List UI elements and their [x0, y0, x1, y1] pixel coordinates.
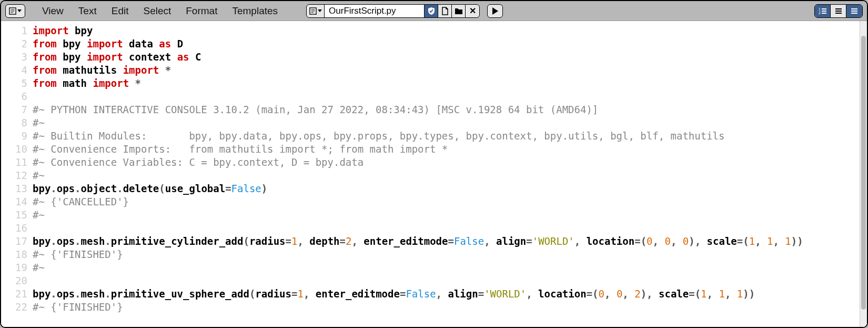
menu-bar: View Text Edit Select Format Templates: [35, 3, 285, 19]
folder-icon: [455, 7, 463, 15]
code-line[interactable]: [33, 274, 860, 287]
line-number: 8: [1, 116, 33, 130]
line-number: 14: [1, 195, 33, 208]
code-line[interactable]: #~: [33, 116, 860, 130]
line-number: 1: [1, 24, 33, 37]
vertical-scrollbar[interactable]: [860, 21, 867, 327]
code-line[interactable]: from bpy import data as D: [33, 37, 860, 51]
editor-area: 12345678910111213141516171819202122 impo…: [1, 21, 867, 327]
code-line[interactable]: bpy.ops.object.delete(use_global=False): [33, 182, 860, 195]
fake-user-toggle[interactable]: [425, 5, 438, 17]
menu-view[interactable]: View: [35, 3, 71, 19]
line-number: 20: [1, 274, 33, 287]
code-line[interactable]: import bpy: [33, 24, 860, 37]
line-number: 4: [1, 64, 33, 77]
syntax-highlight-toggle[interactable]: [846, 5, 862, 17]
syntax-highlight-icon: [850, 7, 859, 15]
line-number: 12: [1, 169, 33, 182]
code-line[interactable]: from bpy import context as C: [33, 51, 860, 64]
code-line[interactable]: [33, 222, 860, 235]
unlink-text-button[interactable]: ✕: [466, 5, 479, 17]
scrollbar-thumb[interactable]: [861, 36, 866, 310]
code-line[interactable]: #~: [33, 208, 860, 222]
line-number: 2: [1, 37, 33, 51]
line-number: 9: [1, 130, 33, 143]
line-number: 5: [1, 77, 33, 90]
line-numbers-icon: 12: [818, 7, 827, 15]
code-content[interactable]: import bpyfrom bpy import data as Dfrom …: [33, 21, 860, 327]
code-line[interactable]: #~ Builtin Modules: bpy, bpy.data, bpy.o…: [33, 130, 860, 143]
menu-format[interactable]: Format: [178, 3, 225, 19]
line-number: 13: [1, 182, 33, 195]
view-toggle-group: 12: [814, 4, 863, 18]
line-numbers-toggle[interactable]: 12: [815, 5, 831, 17]
line-number: 19: [1, 261, 33, 274]
line-number: 11: [1, 156, 33, 169]
code-line[interactable]: from math import *: [33, 77, 860, 90]
code-line[interactable]: [33, 90, 860, 103]
line-number: 6: [1, 90, 33, 103]
close-icon: ✕: [469, 6, 476, 16]
code-line[interactable]: #~ {'CANCELLED'}: [33, 195, 860, 208]
svg-text:2: 2: [819, 11, 821, 15]
line-number: 7: [1, 103, 33, 116]
word-wrap-icon: [834, 7, 843, 15]
line-number: 16: [1, 222, 33, 235]
run-script-button[interactable]: [487, 4, 503, 18]
line-gutter: 12345678910111213141516171819202122: [1, 21, 33, 327]
menu-select[interactable]: Select: [136, 3, 178, 19]
new-text-button[interactable]: [438, 5, 452, 17]
line-number: 17: [1, 235, 33, 248]
line-number: 3: [1, 51, 33, 64]
menu-edit[interactable]: Edit: [104, 3, 136, 19]
editor-type-dropdown[interactable]: [5, 4, 25, 18]
line-number: 10: [1, 143, 33, 156]
code-line[interactable]: #~ PYTHON INTERACTIVE CONSOLE 3.10.2 (ma…: [33, 103, 860, 116]
word-wrap-toggle[interactable]: [831, 5, 846, 17]
file-browse-dropdown[interactable]: [307, 5, 325, 17]
code-line[interactable]: #~ {'FINISHED'}: [33, 301, 860, 314]
code-line[interactable]: #~ Convenience Imports: from mathutils i…: [33, 143, 860, 156]
line-number: 21: [1, 287, 33, 301]
line-number: 15: [1, 208, 33, 222]
open-text-button[interactable]: [452, 5, 466, 17]
new-file-icon: [441, 7, 449, 15]
menu-templates[interactable]: Templates: [225, 3, 285, 19]
chevron-down-icon: [318, 9, 322, 12]
code-line[interactable]: #~ Convenience Variables: C = bpy.contex…: [33, 156, 860, 169]
svg-text:1: 1: [819, 7, 821, 11]
play-icon: [492, 7, 498, 15]
code-line[interactable]: #~ {'FINISHED'}: [33, 248, 860, 261]
chevron-down-icon: [17, 9, 22, 12]
toolbar: View Text Edit Select Format Templates O…: [1, 1, 867, 21]
file-name-field[interactable]: OurFirstScript.py: [325, 5, 425, 17]
text-file-icon: [309, 7, 317, 15]
menu-text[interactable]: Text: [71, 3, 104, 19]
code-line[interactable]: bpy.ops.mesh.primitive_uv_sphere_add(rad…: [33, 287, 860, 301]
line-number: 18: [1, 248, 33, 261]
text-editor-icon: [9, 7, 16, 15]
file-selector: OurFirstScript.py ✕: [306, 4, 480, 18]
code-line[interactable]: bpy.ops.mesh.primitive_cylinder_add(radi…: [33, 235, 860, 248]
code-line[interactable]: #~: [33, 261, 860, 274]
shield-icon: [427, 7, 436, 15]
code-line[interactable]: #~: [33, 169, 860, 182]
code-line[interactable]: from mathutils import *: [33, 64, 860, 77]
line-number: 22: [1, 301, 33, 314]
